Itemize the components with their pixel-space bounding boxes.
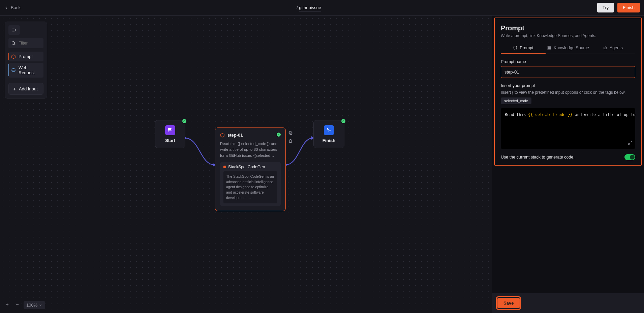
plus-icon [5, 302, 9, 307]
svg-rect-22 [548, 49, 551, 50]
add-input-button[interactable]: Add Input [8, 83, 43, 95]
svg-rect-20 [548, 46, 551, 47]
palette-toggle-button[interactable] [8, 25, 20, 35]
status-check-icon: ✓ [182, 118, 187, 124]
svg-point-24 [605, 48, 605, 48]
list-collapse-icon [12, 28, 17, 32]
step-description: Read this {{ selected_code }} and write … [220, 141, 281, 159]
node-start[interactable]: ✓ Start [155, 120, 185, 148]
expand-editor-button[interactable] [628, 140, 633, 146]
add-input-label: Add Input [19, 86, 38, 91]
agent-name-row: StackSpot CodeGen [223, 165, 277, 169]
filter-input-wrapper [8, 38, 43, 48]
panel-footer: Save [492, 293, 644, 313]
svg-line-27 [631, 141, 632, 142]
copy-step-button[interactable] [287, 130, 294, 136]
flag-icon [165, 125, 175, 135]
arrow-left-icon [4, 5, 9, 10]
zoom-select[interactable]: 100% [24, 301, 45, 309]
back-label: Back [11, 5, 21, 10]
save-button[interactable]: Save [497, 298, 520, 308]
node-palette: Prompt Web Request Add Input [5, 22, 47, 98]
plus-icon [12, 87, 17, 91]
prompt-editor[interactable]: Read this {{ selected_code }} and write … [501, 108, 635, 149]
robot-icon [603, 46, 608, 50]
step-header: step-01 [220, 133, 281, 138]
trash-icon [288, 139, 293, 143]
delete-step-button[interactable] [287, 138, 294, 144]
tab-label: Prompt [520, 46, 533, 50]
back-button[interactable]: Back [4, 5, 21, 10]
palette-item-label: Web Request [19, 65, 41, 75]
braces-icon [513, 46, 518, 50]
use-stack-toggle[interactable] [624, 154, 635, 160]
insert-prompt-label: Insert your prompt [501, 83, 635, 88]
title-prefix: / [297, 5, 298, 10]
status-check-icon: ✓ [276, 132, 281, 137]
svg-rect-15 [289, 131, 291, 134]
node-finish[interactable]: ✓ Finish [313, 120, 344, 148]
tab-label: Agents [610, 46, 623, 50]
tab-agents[interactable]: Agents [590, 43, 635, 54]
tag-selected-code[interactable]: selected_code [501, 97, 531, 104]
tab-label: Knowledge Source [554, 46, 589, 50]
svg-line-28 [628, 143, 630, 144]
toggle-label: Use the current stack to generate code. [501, 155, 575, 160]
use-stack-toggle-row: Use the current stack to generate code. [501, 154, 635, 160]
main: Prompt Web Request Add Input ✓ [0, 16, 644, 313]
zoom-in-button[interactable] [3, 302, 11, 309]
title-name[interactable]: githubissue [299, 5, 321, 12]
zoom-value: 100% [26, 303, 37, 308]
globe-icon [11, 68, 16, 73]
panel-tabs: Prompt Knowledge Source Agents [501, 43, 635, 54]
panel-body: Prompt Write a prompt, link Knowledge So… [494, 18, 642, 166]
chevron-down-icon [39, 303, 42, 307]
search-icon [11, 41, 16, 46]
target-icon [324, 125, 334, 135]
prompt-name-label: Prompt name [501, 59, 635, 64]
try-button[interactable]: Try [597, 3, 614, 12]
code-text: and write a title of up to 80 chara [573, 112, 635, 117]
copy-icon [288, 131, 293, 135]
expand-icon [628, 140, 633, 145]
svg-marker-16 [221, 133, 224, 137]
insert-prompt-hint: Insert { to view the predefined input op… [501, 90, 635, 95]
code-variable: {{ selected_code }} [528, 112, 573, 117]
palette-item-web-request[interactable]: Web Request [8, 63, 43, 78]
minus-icon [15, 302, 20, 307]
agent-description: The StackSpot CodeGen is an advanced art… [223, 171, 277, 203]
step-name: step-01 [227, 133, 243, 138]
step-agent-box: StackSpot CodeGen The StackSpot CodeGen … [220, 162, 281, 206]
finish-button[interactable]: Finish [617, 3, 640, 12]
edge-start-to-step [185, 129, 216, 169]
right-panel: Prompt Write a prompt, link Knowledge So… [492, 16, 644, 313]
panel-spacer [492, 168, 644, 293]
page-title: / githubissue [21, 5, 597, 10]
agent-name: StackSpot CodeGen [228, 165, 265, 169]
prompt-name-input[interactable] [501, 66, 635, 78]
tab-prompt[interactable]: Prompt [501, 43, 546, 54]
hexagon-icon [11, 54, 16, 59]
zoom-out-button[interactable] [13, 302, 21, 309]
topbar: Back / githubissue Try Finish [0, 0, 644, 16]
code-text: Read this [505, 112, 528, 117]
svg-marker-5 [12, 55, 16, 59]
tab-knowledge-source[interactable]: Knowledge Source [546, 43, 590, 54]
canvas[interactable]: Prompt Web Request Add Input ✓ [0, 16, 492, 313]
node-label: Start [161, 138, 179, 143]
agent-dot-icon [223, 166, 226, 168]
status-check-icon: ✓ [341, 118, 346, 124]
filter-input[interactable] [18, 40, 41, 46]
svg-point-3 [12, 41, 14, 44]
svg-point-25 [606, 48, 606, 48]
palette-item-prompt[interactable]: Prompt [8, 52, 43, 61]
svg-point-13 [327, 129, 328, 130]
node-step[interactable]: ✓ step-01 Read this {{ selected_code }} … [215, 127, 286, 211]
panel-subtitle: Write a prompt, link Knowledge Sources, … [501, 33, 635, 38]
panel-title: Prompt [501, 24, 635, 32]
palette-item-label: Prompt [19, 54, 33, 59]
zoom-controls: 100% [3, 301, 45, 309]
topbar-actions: Try Finish [597, 3, 640, 12]
hexagon-icon [220, 133, 225, 138]
node-label: Finish [320, 138, 338, 143]
